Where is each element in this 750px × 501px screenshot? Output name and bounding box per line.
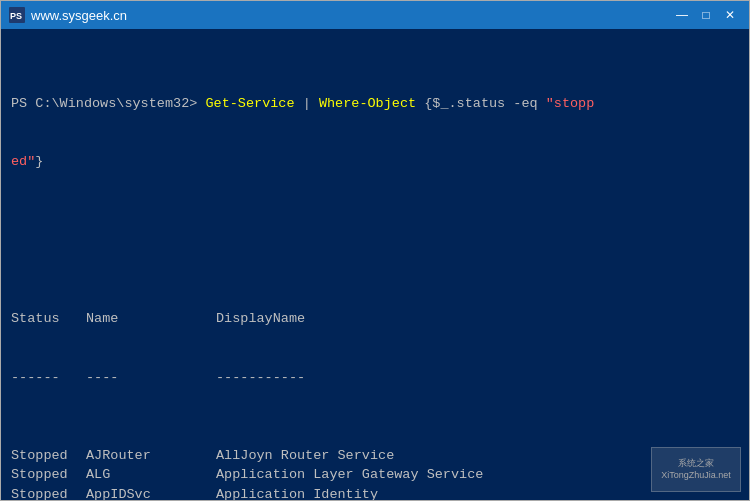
status-cell: Stopped [11, 485, 86, 500]
name-cell: AJRouter [86, 446, 216, 466]
filter-block: {$_.status -eq [416, 94, 546, 114]
pipe: | [295, 94, 319, 114]
name-cell: AppIDSvc [86, 485, 216, 500]
command-line-cont: ed"} [11, 152, 739, 172]
terminal: PS C:\Windows\system32> Get-Service | Wh… [1, 29, 749, 500]
column-headers: StatusNameDisplayName [11, 309, 739, 329]
filter-value-cont: ed" [11, 154, 35, 169]
title-bar-controls: — □ ✕ [671, 6, 741, 24]
displayname-cell: Application Identity [216, 485, 378, 500]
name-cell: ALG [86, 465, 216, 485]
displayname-divider: ----------- [216, 368, 305, 388]
title-bar: PS www.sysgeek.cn — □ ✕ [1, 1, 749, 29]
data-rows: StoppedAJRouterAllJoyn Router ServiceSto… [11, 446, 739, 500]
status-divider: ------ [11, 368, 86, 388]
blank-line [11, 231, 739, 251]
filter-close: } [35, 154, 43, 169]
table-row: StoppedAJRouterAllJoyn Router Service [11, 446, 739, 466]
maximize-button[interactable]: □ [695, 6, 717, 24]
command-line: PS C:\Windows\system32> Get-Service | Wh… [11, 94, 739, 114]
where-object-cmd: Where-Object [319, 94, 416, 114]
name-header: Name [86, 309, 216, 329]
status-cell: Stopped [11, 465, 86, 485]
window-icon: PS [9, 7, 25, 23]
filter-value: "stopp [546, 94, 595, 114]
status-header: Status [11, 309, 86, 329]
window: PS www.sysgeek.cn — □ ✕ PS C:\Windows\sy… [0, 0, 750, 501]
name-divider: ---- [86, 368, 216, 388]
watermark: 系统之家XiTongZhuJia.net [651, 447, 741, 492]
displayname-cell: AllJoyn Router Service [216, 446, 394, 466]
watermark-text: 系统之家XiTongZhuJia.net [661, 458, 731, 481]
status-cell: Stopped [11, 446, 86, 466]
terminal-content: PS C:\Windows\system32> Get-Service | Wh… [11, 35, 739, 500]
svg-text:PS: PS [10, 11, 22, 21]
get-service-cmd: Get-Service [205, 94, 294, 114]
title-bar-text: www.sysgeek.cn [31, 8, 671, 23]
table-row: StoppedAppIDSvcApplication Identity [11, 485, 739, 500]
displayname-cell: Application Layer Gateway Service [216, 465, 483, 485]
table-row: StoppedALGApplication Layer Gateway Serv… [11, 465, 739, 485]
column-dividers: --------------------- [11, 368, 739, 388]
close-button[interactable]: ✕ [719, 6, 741, 24]
prompt: PS C:\Windows\system32> [11, 94, 205, 114]
displayname-header: DisplayName [216, 309, 305, 329]
minimize-button[interactable]: — [671, 6, 693, 24]
